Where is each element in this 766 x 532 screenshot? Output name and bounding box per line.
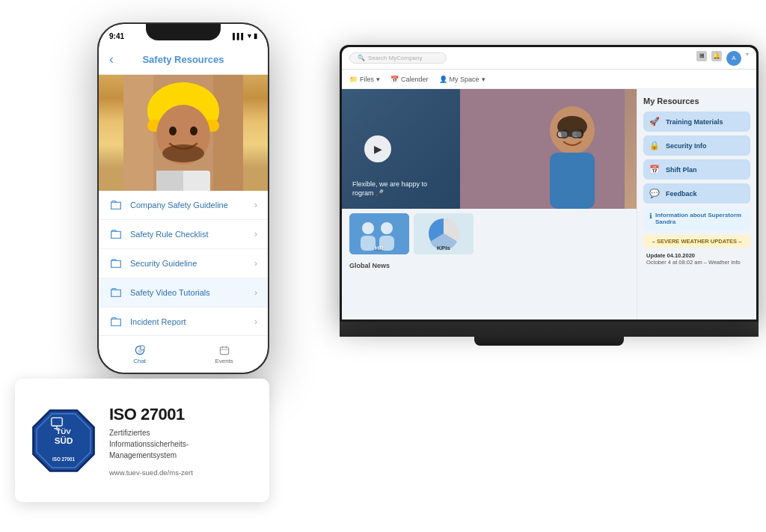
global-news-label: Global News bbox=[342, 259, 637, 272]
myspace-chevron-icon: ▾ bbox=[482, 76, 485, 83]
battery-icon: ▮ bbox=[254, 32, 257, 40]
tab-chat[interactable]: ! Chat bbox=[133, 344, 146, 364]
laptop-body: 🔍 Search MyCompany ⊞ 🔔 A ▾ 📁 Files bbox=[340, 45, 759, 322]
grid-icon[interactable]: ⊞ bbox=[696, 51, 707, 61]
folder-icon-5 bbox=[109, 315, 123, 328]
alert-title: Information about Superstorm Sandra bbox=[655, 212, 744, 225]
phone-status-icons: ▌▌▌ ▾ ▮ bbox=[233, 32, 257, 40]
video-caption-line2: rogram 🎤 bbox=[352, 189, 427, 198]
calendar-sidebar-icon: 📅 bbox=[649, 165, 660, 174]
svg-point-8 bbox=[162, 144, 204, 162]
dropdown-chevron-icon: ▾ bbox=[746, 51, 749, 66]
feedback-icon: 💬 bbox=[649, 189, 660, 198]
tuv-iso-title: ISO 27001 bbox=[109, 405, 254, 424]
laptop-topbar: 🔍 Search MyCompany ⊞ 🔔 A ▾ bbox=[342, 47, 756, 70]
update-info: Update 04.10.2020 October 4 at 08:02 am … bbox=[643, 251, 750, 267]
thumb-kpi-label: KPIs bbox=[414, 245, 474, 251]
laptop-device: 🔍 Search MyCompany ⊞ 🔔 A ▾ 📁 Files bbox=[340, 45, 759, 479]
folder-icon-1 bbox=[109, 198, 123, 212]
myspace-icon: 👤 bbox=[439, 76, 447, 83]
tab-events-label: Events bbox=[215, 358, 233, 364]
sidebar-training-label: Training Materials bbox=[666, 118, 723, 126]
wifi-icon: ▾ bbox=[248, 32, 251, 40]
laptop-nav-icons: ⊞ 🔔 A ▾ bbox=[696, 51, 749, 66]
video-person-image bbox=[460, 89, 637, 209]
folder-icon-3 bbox=[109, 257, 123, 270]
chevron-icon-4: › bbox=[254, 287, 257, 298]
folder-icon-4 bbox=[109, 286, 123, 299]
svg-text:!: ! bbox=[141, 346, 141, 350]
sidebar-title: My Resources bbox=[643, 97, 750, 106]
signal-icon: ▌▌▌ bbox=[233, 33, 245, 40]
person-svg bbox=[460, 89, 625, 209]
tuv-text-block: ISO 27001 Zertifiziertes Informationssic… bbox=[109, 405, 254, 477]
menu-item-incident-report[interactable]: Incident Report › bbox=[99, 308, 268, 335]
back-button[interactable]: ‹ bbox=[109, 52, 114, 67]
nav-calendar[interactable]: 📅 Calender bbox=[390, 76, 429, 83]
files-icon: 📁 bbox=[349, 76, 358, 83]
menu-label-3: Security Guideline bbox=[130, 259, 254, 268]
sidebar-item-security[interactable]: 🔒 Security Info bbox=[643, 135, 750, 156]
sidebar-item-shift[interactable]: 📅 Shift Plan bbox=[643, 159, 750, 180]
sidebar-alert-box: ℹ Information about Superstorm Sandra bbox=[643, 207, 750, 231]
video-caption-line1: Flexible, we are happy to bbox=[352, 180, 427, 189]
phone-body: 9:41 ▌▌▌ ▾ ▮ ‹ Safety Resources bbox=[97, 22, 269, 374]
tuv-desc-line2: Informationssicherheits- bbox=[109, 440, 189, 448]
phone-screen: 9:41 ▌▌▌ ▾ ▮ ‹ Safety Resources bbox=[99, 24, 268, 373]
update-sub: October 4 at 08:02 am – Weather Info bbox=[646, 259, 747, 266]
sidebar-shift-label: Shift Plan bbox=[666, 166, 697, 174]
svg-point-31 bbox=[381, 222, 393, 234]
tuv-logo: TÜV SÜD ISO 27001 bbox=[30, 407, 97, 474]
menu-item-security-guideline[interactable]: Security Guideline › bbox=[99, 249, 268, 278]
laptop-content: ▶ Flexible, we are happy to rogram 🎤 bbox=[342, 89, 756, 319]
laptop-base bbox=[340, 322, 759, 337]
menu-item-company-safety[interactable]: Company Safety Guideline › bbox=[99, 191, 268, 220]
thumb-hr-label: HR bbox=[349, 245, 409, 251]
tuv-octagon-svg: TÜV SÜD ISO 27001 bbox=[30, 407, 97, 474]
play-button[interactable]: ▶ bbox=[364, 135, 391, 162]
search-placeholder: Search MyCompany bbox=[368, 55, 422, 61]
user-avatar[interactable]: A bbox=[726, 51, 741, 66]
sidebar-item-feedback[interactable]: 💬 Feedback bbox=[643, 183, 750, 204]
menu-label-4: Safety Video Tutorials bbox=[130, 288, 254, 297]
sidebar-item-training[interactable]: 🚀 Training Materials bbox=[643, 111, 750, 132]
tuv-iso-bottom-label: ISO 27001 bbox=[52, 456, 76, 462]
phone-hero-image bbox=[99, 75, 268, 191]
files-chevron-icon: ▾ bbox=[376, 76, 380, 83]
svg-rect-26 bbox=[572, 131, 582, 138]
chevron-icon-1: › bbox=[254, 200, 257, 210]
video-caption: Flexible, we are happy to rogram 🎤 bbox=[352, 180, 427, 198]
main-scene: 9:41 ▌▌▌ ▾ ▮ ‹ Safety Resources bbox=[0, 0, 766, 532]
sidebar-feedback-label: Feedback bbox=[666, 190, 697, 198]
tab-chat-label: Chat bbox=[133, 358, 146, 364]
svg-rect-2 bbox=[213, 75, 243, 191]
laptop-search-bar[interactable]: 🔍 Search MyCompany bbox=[349, 52, 447, 64]
laptop-screen: 🔍 Search MyCompany ⊞ 🔔 A ▾ 📁 Files bbox=[342, 47, 756, 319]
training-icon: 🚀 bbox=[649, 117, 660, 126]
phone-menu-list: Company Safety Guideline › Safety Rule C… bbox=[99, 191, 268, 335]
phone-screen-title: Safety Resources bbox=[142, 54, 224, 65]
menu-label-2: Safety Rule Checklist bbox=[130, 230, 254, 239]
menu-item-safety-video[interactable]: Safety Video Tutorials › bbox=[99, 278, 268, 308]
nav-files-label: Files bbox=[360, 76, 374, 83]
nav-files[interactable]: 📁 Files ▾ bbox=[349, 76, 380, 83]
bell-icon[interactable]: 🔔 bbox=[711, 51, 722, 61]
tab-events[interactable]: Events bbox=[215, 344, 233, 364]
nav-calendar-label: Calender bbox=[401, 76, 429, 83]
thumb-hr[interactable]: HR bbox=[349, 213, 409, 254]
svg-point-29 bbox=[362, 222, 374, 234]
svg-text:SÜD: SÜD bbox=[55, 435, 73, 444]
svg-rect-25 bbox=[557, 131, 568, 138]
thumb-kpi[interactable]: KPIs bbox=[414, 213, 474, 254]
phone-time: 9:41 bbox=[109, 32, 124, 40]
menu-item-safety-rule[interactable]: Safety Rule Checklist › bbox=[99, 220, 268, 249]
menu-label-5: Incident Report bbox=[130, 317, 254, 326]
svg-rect-21 bbox=[550, 153, 595, 209]
phone-header: ‹ Safety Resources bbox=[99, 45, 268, 75]
laptop-menubar: 📁 Files ▾ 📅 Calender 👤 My Space ▾ bbox=[342, 70, 756, 89]
laptop-main-panel: ▶ Flexible, we are happy to rogram 🎤 bbox=[342, 89, 637, 319]
nav-myspace[interactable]: 👤 My Space ▾ bbox=[439, 76, 485, 83]
svg-point-6 bbox=[169, 126, 177, 135]
svg-rect-19 bbox=[460, 89, 625, 209]
update-label: Update 04.10.2020 bbox=[646, 252, 747, 259]
